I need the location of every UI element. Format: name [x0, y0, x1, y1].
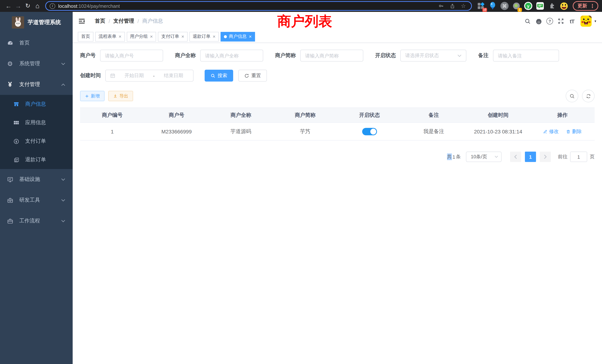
goto-unit: 页: [590, 153, 595, 160]
tab-refund-order[interactable]: 退款订单 ×: [189, 32, 219, 41]
extension-puzzle-icon[interactable]: [547, 1, 557, 11]
fullscreen-icon[interactable]: [555, 16, 566, 27]
logo-rabbit-image: [12, 16, 24, 28]
sidebar-item-pay-order[interactable]: 支付订单: [0, 132, 73, 150]
sidebar: 芋道管理系统 首页 ⚙ 系统管理 ¥ 支付管理: [0, 12, 73, 364]
extension-emoji-icon[interactable]: [559, 1, 569, 11]
sidebar-item-home[interactable]: 首页: [0, 33, 73, 53]
table-header: 商户编号 商户号 商户全称 商户简称 开启状态 备注 创建时间 操作: [80, 108, 595, 122]
extension-recorder-icon[interactable]: 1: [512, 1, 521, 11]
toggle-search-button[interactable]: [566, 90, 578, 102]
create-time-range-picker[interactable]: 开始日期 - 结束日期: [105, 70, 194, 82]
browser-reload-icon[interactable]: ↻: [23, 1, 33, 11]
browser-home-icon[interactable]: ⌂: [33, 1, 42, 11]
refresh-table-button[interactable]: [582, 90, 595, 102]
tab-merchant-info[interactable]: 商户信息 ×: [221, 32, 255, 41]
breadcrumb-current: 商户信息: [142, 18, 163, 24]
export-button[interactable]: 导出: [108, 91, 133, 101]
user-avatar[interactable]: [580, 16, 592, 27]
status-toggle[interactable]: [362, 128, 377, 135]
delete-link[interactable]: 删除: [566, 128, 582, 135]
goto-page-input[interactable]: [570, 152, 587, 162]
tab-pay-order[interactable]: 支付订单 ×: [158, 32, 187, 41]
prev-page-button[interactable]: [510, 152, 521, 162]
password-key-icon[interactable]: [437, 3, 445, 9]
sidebar-item-refund-order[interactable]: 退款订单: [0, 150, 73, 169]
close-icon[interactable]: ×: [249, 34, 252, 39]
page-number-1[interactable]: 1: [525, 152, 536, 162]
close-icon[interactable]: ×: [213, 34, 215, 39]
address-bar[interactable]: i localhost:1024/pay/merchant ☆: [45, 1, 472, 11]
sidebar-item-payment[interactable]: ¥ 支付管理: [0, 74, 73, 95]
close-icon[interactable]: ×: [181, 34, 184, 39]
sidebar-item-workflow[interactable]: 工作流程: [0, 211, 73, 231]
chevron-down-icon: [61, 220, 65, 222]
browser-forward-icon[interactable]: →: [13, 1, 23, 11]
cell-create-time: 2021-10-23 08:31:14: [466, 122, 530, 140]
extension-command-icon[interactable]: ⌘: [500, 1, 509, 11]
help-icon[interactable]: ?: [544, 16, 555, 27]
yen-circle-icon: [13, 138, 19, 144]
pagination-goto: 前往 页: [558, 152, 595, 162]
close-icon[interactable]: ×: [119, 34, 121, 39]
edit-link[interactable]: 修改: [543, 128, 559, 135]
search-button[interactable]: 搜索: [205, 70, 233, 82]
briefcase-icon: [7, 218, 13, 224]
sidebar-item-dev-tools[interactable]: 研发工具: [0, 190, 73, 211]
share-icon[interactable]: [448, 3, 456, 9]
sidebar-item-label: 商户信息: [25, 101, 46, 107]
browser-update-button[interactable]: 更新 ⋮: [573, 1, 598, 11]
bookmark-star-icon[interactable]: ☆: [459, 3, 467, 9]
date-separator: -: [153, 73, 155, 78]
add-button[interactable]: 新增: [80, 91, 105, 101]
sidebar-collapse-icon[interactable]: [78, 17, 86, 25]
date-start-placeholder: 开始日期: [119, 72, 149, 79]
sidebar-item-system[interactable]: ⚙ 系统管理: [0, 53, 73, 74]
remark-input[interactable]: [498, 53, 554, 58]
monitor-chart-icon: [7, 176, 13, 182]
pagination-total: 共 1 条: [447, 153, 461, 160]
url-text[interactable]: localhost:1024/pay/merchant: [58, 3, 120, 9]
extension-tiles-icon[interactable]: 10: [476, 1, 486, 11]
search-icon[interactable]: [522, 16, 533, 27]
avatar-caret-icon[interactable]: ▼: [594, 20, 597, 23]
reset-button[interactable]: 重置: [238, 70, 267, 82]
github-icon[interactable]: [533, 16, 544, 27]
tab-process-form[interactable]: 流程表单 ×: [95, 32, 125, 41]
search-icon: [211, 73, 215, 78]
browser-back-icon[interactable]: ←: [4, 1, 13, 11]
app-logo[interactable]: 芋道管理系统: [0, 12, 73, 33]
extension-balloon-icon[interactable]: [488, 1, 497, 11]
font-size-icon[interactable]: tT: [566, 16, 578, 27]
sidebar-item-merchant-info[interactable]: 商户信息: [0, 95, 73, 113]
extension-y-icon[interactable]: y: [523, 1, 533, 11]
close-icon[interactable]: ×: [150, 34, 153, 39]
tab-user-group[interactable]: 用户分组 ×: [127, 32, 156, 41]
breadcrumb-payment[interactable]: 支付管理: [113, 18, 134, 24]
col-status: 开启状态: [337, 108, 402, 122]
col-actions: 操作: [530, 108, 595, 122]
short-name-input[interactable]: [305, 53, 358, 58]
extension-chat-icon[interactable]: [535, 1, 545, 11]
merchant-no-input[interactable]: [105, 53, 158, 58]
breadcrumb-home[interactable]: 首页: [95, 18, 105, 24]
status-select[interactable]: 请选择开启状态: [400, 50, 466, 62]
page-size-select[interactable]: 10条/页: [466, 152, 502, 162]
sidebar-item-app-info[interactable]: 应用信息: [0, 113, 73, 132]
sidebar-item-label: 系统管理: [19, 60, 40, 67]
download-icon: [113, 94, 118, 98]
gear-icon: ⚙: [7, 61, 13, 67]
full-name-input[interactable]: [205, 53, 258, 58]
field-label: 开启状态: [375, 52, 396, 59]
field-label: 商户简称: [275, 52, 296, 59]
extension-badge: 10: [482, 8, 487, 12]
page-info-icon[interactable]: i: [50, 3, 55, 9]
sidebar-item-infrastructure[interactable]: 基础设施: [0, 169, 73, 190]
app-root: 芋道管理系统 首页 ⚙ 系统管理 ¥ 支付管理: [0, 12, 602, 364]
create-time-field: 创建时间 开始日期 - 结束日期: [80, 70, 194, 82]
browser-menu-dots-icon[interactable]: ⋮: [590, 3, 595, 9]
sidebar-item-label: 基础设施: [19, 176, 40, 183]
extension-badge-orange: 1: [517, 8, 522, 12]
tab-home[interactable]: 首页: [78, 32, 93, 41]
next-page-button[interactable]: [540, 152, 551, 162]
